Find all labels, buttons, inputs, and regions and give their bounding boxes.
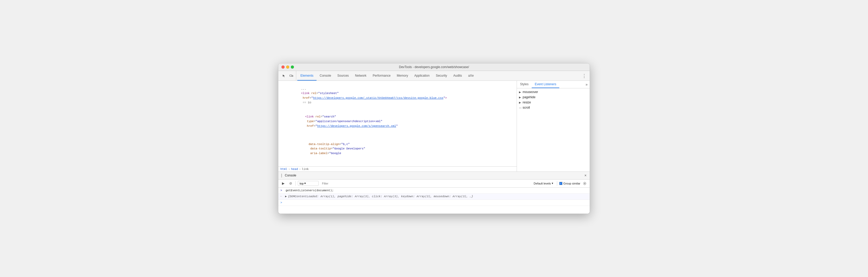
group-similar-checkbox[interactable]: ✓ xyxy=(559,182,562,185)
dom-content[interactable]: ... <link rel="stylesheet" href="https:/… xyxy=(278,81,517,166)
styles-tab-bar: Styles Event Listeners » xyxy=(517,81,590,88)
tab-bar: Elements Console Sources Network Perform… xyxy=(278,71,590,81)
tab-memory[interactable]: Memory xyxy=(394,71,411,81)
cursor-icon[interactable] xyxy=(281,73,287,79)
event-listeners-content: ▶ mouseover ▶ pagehide ▶ resize — scroll xyxy=(517,88,590,111)
breadcrumb-head[interactable]: head xyxy=(291,167,298,171)
tab-performance[interactable]: Performance xyxy=(370,71,394,81)
log-line-output: ← ▶ {DOMContentLoaded: Array(1), pagehid… xyxy=(278,193,590,200)
more-styles-tabs[interactable]: » xyxy=(583,81,590,88)
toolbar-divider xyxy=(296,181,296,186)
event-item-resize[interactable]: ▶ resize xyxy=(517,100,590,105)
tab-application[interactable]: Application xyxy=(411,71,433,81)
dom-panel: ... <link rel="stylesheet" href="https:/… xyxy=(278,81,517,172)
execute-button[interactable]: ▶ xyxy=(280,181,286,186)
svg-rect-0 xyxy=(290,75,292,76)
traffic-lights xyxy=(281,65,294,69)
link-stylesheet[interactable]: https://developers.google.com/_static/64… xyxy=(313,96,443,99)
log-text-output: {DOMContentLoaded: Array(1), pagehide: A… xyxy=(288,194,588,199)
event-item-pagehide[interactable]: ▶ pagehide xyxy=(517,95,590,100)
log-prompt-input: > xyxy=(280,188,284,193)
tab-axe[interactable]: aXe xyxy=(465,71,477,81)
minimize-button[interactable] xyxy=(286,65,289,69)
log-line-empty[interactable]: > xyxy=(278,200,590,206)
console-close-button[interactable]: × xyxy=(583,173,588,178)
svg-point-2 xyxy=(584,183,585,184)
devtools-window: DevTools - developers.google.com/web/sho… xyxy=(278,63,590,214)
tab-network[interactable]: Network xyxy=(352,71,370,81)
tab-bar-controls xyxy=(279,71,296,81)
level-select[interactable]: Default levels ▾ xyxy=(532,181,555,186)
dom-ellipsis: ... xyxy=(301,87,306,90)
filter-input[interactable] xyxy=(320,181,531,186)
breadcrumb-link[interactable]: link xyxy=(302,167,309,171)
console-section: Console × ▶ ⊘ top ▾ Default levels xyxy=(278,172,590,214)
expand-output-icon[interactable]: ▶ xyxy=(285,194,287,199)
group-similar-control: ✓ Group similar xyxy=(559,182,580,185)
breadcrumb-html[interactable]: html xyxy=(280,167,287,171)
title-bar: DevTools - developers.google.com/web/sho… xyxy=(278,63,590,71)
maximize-button[interactable] xyxy=(291,65,294,69)
group-similar-label: Group similar xyxy=(563,182,580,185)
more-tabs-button[interactable]: ⋮ xyxy=(580,71,589,81)
tab-elements[interactable]: Elements xyxy=(297,71,316,81)
svg-rect-1 xyxy=(292,75,293,76)
console-log: > getEventListeners(document); ← ▶ {DOMC… xyxy=(278,188,590,214)
styles-panel: Styles Event Listeners » ▶ mouseover ▶ p… xyxy=(517,81,590,172)
console-header: Console × xyxy=(278,172,590,180)
expand-icon: ▶ xyxy=(519,96,522,99)
level-arrow-icon: ▾ xyxy=(552,182,553,185)
breadcrumb: html › head › link xyxy=(278,166,517,172)
block-button[interactable]: ⊘ xyxy=(288,181,293,186)
tab-sources[interactable]: Sources xyxy=(334,71,352,81)
toolbar-divider-2 xyxy=(557,181,557,186)
dom-line-2: <link rel="search" type="application/ope… xyxy=(280,110,515,165)
log-prompt-output: ← xyxy=(280,194,284,198)
expand-icon: ▶ xyxy=(519,101,522,104)
event-item-mouseover[interactable]: ▶ mouseover xyxy=(517,89,590,95)
link-opensearch[interactable]: https://developers.google.com/s/opensear… xyxy=(317,124,396,128)
main-panel: ... <link rel="stylesheet" href="https:/… xyxy=(278,81,590,172)
log-text-input: getEventListeners(document); xyxy=(286,188,588,193)
context-select[interactable]: top ▾ xyxy=(298,181,319,186)
tab-event-listeners[interactable]: Event Listeners xyxy=(532,81,560,88)
console-drag-handle[interactable] xyxy=(280,173,283,178)
device-icon[interactable] xyxy=(288,73,294,79)
dom-line-1: ... <link rel="stylesheet" href="https:/… xyxy=(280,82,515,110)
console-title: Console xyxy=(285,174,581,177)
tab-console[interactable]: Console xyxy=(316,71,334,81)
close-button[interactable] xyxy=(281,65,285,69)
log-prompt-empty: > xyxy=(280,201,284,205)
tab-security[interactable]: Security xyxy=(433,71,450,81)
tab-audits[interactable]: Audits xyxy=(450,71,465,81)
expand-icon: ▶ xyxy=(519,91,522,94)
tab-styles[interactable]: Styles xyxy=(517,81,532,88)
log-line-input: > getEventListeners(document); xyxy=(278,188,590,194)
context-arrow-icon: ▾ xyxy=(304,182,306,185)
expand-icon: — xyxy=(519,106,522,109)
window-title: DevTools - developers.google.com/web/sho… xyxy=(399,65,469,69)
console-settings-button[interactable] xyxy=(582,181,588,186)
console-toolbar: ▶ ⊘ top ▾ Default levels ▾ ✓ xyxy=(278,180,590,188)
event-item-scroll[interactable]: — scroll xyxy=(517,105,590,110)
